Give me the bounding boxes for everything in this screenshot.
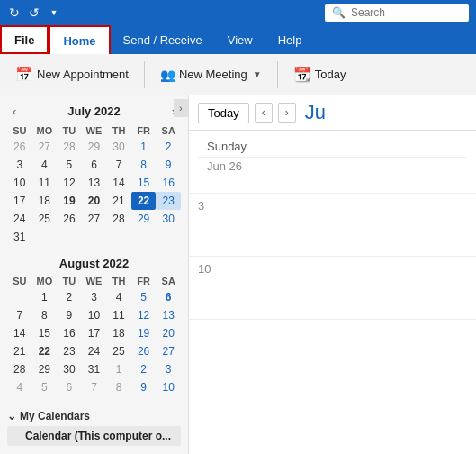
list-item[interactable]: 20 [82,192,107,210]
list-item[interactable]: 27 [156,342,181,360]
list-item[interactable]: 4 [7,378,32,396]
list-item[interactable]: 19 [131,324,157,342]
tab-send-receive[interactable]: Send / Receive [111,25,215,54]
list-item[interactable]: 14 [7,324,32,342]
list-item[interactable]: 6 [82,156,107,174]
list-item[interactable]: 17 [7,192,32,210]
list-item[interactable]: 24 [7,210,32,228]
list-item[interactable]: 7 [82,378,107,396]
refresh-icon[interactable]: ↻ [7,5,22,20]
list-item[interactable]: 3 [7,156,32,174]
tab-view[interactable]: View [215,25,265,54]
list-item[interactable]: 15 [131,174,157,192]
list-item[interactable]: 2 [156,138,181,156]
list-item[interactable]: 30 [106,138,131,156]
list-item[interactable]: 10 [7,174,32,192]
july-prev-button[interactable]: ‹ [7,103,22,120]
list-item[interactable]: 5 [131,288,157,306]
list-item[interactable]: 15 [32,324,58,342]
list-item[interactable]: 12 [57,174,82,192]
list-item[interactable]: 16 [57,324,82,342]
tab-help[interactable]: Help [265,25,315,54]
search-input[interactable] [351,6,462,19]
list-item[interactable]: 27 [82,210,107,228]
list-item[interactable]: 9 [156,156,181,174]
new-meeting-dropdown-arrow[interactable]: ▼ [253,69,262,79]
new-appointment-button[interactable]: 📅 New Appointment [7,58,137,92]
list-item[interactable]: 11 [106,306,131,324]
list-item[interactable]: 29 [131,210,157,228]
list-item[interactable]: 10 [82,306,107,324]
new-meeting-button[interactable]: 👥 New Meeting ▼ [152,58,270,92]
dropdown-icon[interactable]: ▼ [47,5,61,20]
list-item[interactable]: 8 [32,306,58,324]
list-item[interactable]: 28 [57,138,82,156]
list-item[interactable]: 16 [156,174,181,192]
list-item[interactable]: 22 [131,192,157,210]
list-item[interactable]: 8 [106,378,131,396]
list-item[interactable]: 26 [7,138,32,156]
list-item[interactable]: 18 [106,324,131,342]
list-item[interactable]: 3 [82,288,107,306]
list-item[interactable]: 4 [106,288,131,306]
list-item[interactable]: 31 [7,228,32,246]
list-item[interactable]: 21 [106,192,131,210]
list-item[interactable]: 6 [156,288,181,306]
tab-home[interactable]: Home [49,25,110,54]
list-item[interactable]: 17 [82,324,107,342]
list-item[interactable]: 4 [32,156,58,174]
list-item[interactable]: 5 [32,378,58,396]
next-button[interactable]: › [278,103,296,123]
list-item[interactable]: 5 [57,156,82,174]
list-item[interactable]: 2 [131,360,157,378]
list-item[interactable]: 8 [131,156,157,174]
search-box[interactable]: 🔍 [325,4,469,22]
list-item[interactable]: 27 [32,138,58,156]
undo-icon[interactable]: ↺ [27,5,41,20]
list-item[interactable]: 3 [156,360,181,378]
list-item[interactable]: 1 [106,360,131,378]
list-item[interactable]: 23 [57,342,82,360]
list-item[interactable]: 21 [7,342,32,360]
collapse-arrow[interactable]: › [174,99,188,117]
list-item[interactable]: 22 [32,342,58,360]
list-item[interactable]: 28 [7,360,32,378]
list-item[interactable]: 30 [156,210,181,228]
list-item[interactable]: 1 [131,138,157,156]
list-item[interactable]: 25 [106,342,131,360]
day-section-3: 3 [189,194,476,257]
list-item[interactable]: 13 [82,174,107,192]
list-item[interactable]: 31 [82,360,107,378]
list-item[interactable]: 14 [106,174,131,192]
list-item[interactable]: 26 [131,342,157,360]
list-item[interactable]: 20 [156,324,181,342]
list-item[interactable]: 1 [32,288,58,306]
tab-file[interactable]: File [0,25,49,54]
list-item[interactable]: 29 [32,360,58,378]
today-toolbar-button[interactable]: 📆 Today [285,58,355,92]
list-item[interactable]: 18 [32,192,58,210]
list-item[interactable]: 12 [131,306,157,324]
list-item[interactable]: 10 [156,378,181,396]
list-item[interactable]: 23 [156,192,181,210]
list-item[interactable]: 25 [32,210,58,228]
prev-button[interactable]: ‹ [255,103,273,123]
list-item[interactable]: 24 [82,342,107,360]
list-item[interactable]: 28 [106,210,131,228]
list-item[interactable]: 19 [57,192,82,210]
list-item[interactable]: 9 [57,306,82,324]
list-item[interactable]: 7 [7,306,32,324]
calendar-item[interactable]: Calendar (This computer o... [7,426,181,446]
list-item[interactable]: 29 [82,138,107,156]
list-item[interactable]: 7 [106,156,131,174]
list-item[interactable]: 26 [57,210,82,228]
my-calendars-header[interactable]: ⌄ My Calendars [7,410,181,422]
col-we: WE [82,274,107,288]
list-item[interactable]: 9 [131,378,157,396]
list-item[interactable]: 2 [57,288,82,306]
list-item[interactable]: 13 [156,306,181,324]
list-item[interactable]: 30 [57,360,82,378]
today-button[interactable]: Today [198,103,249,123]
list-item[interactable]: 6 [57,378,82,396]
list-item[interactable]: 11 [32,174,58,192]
